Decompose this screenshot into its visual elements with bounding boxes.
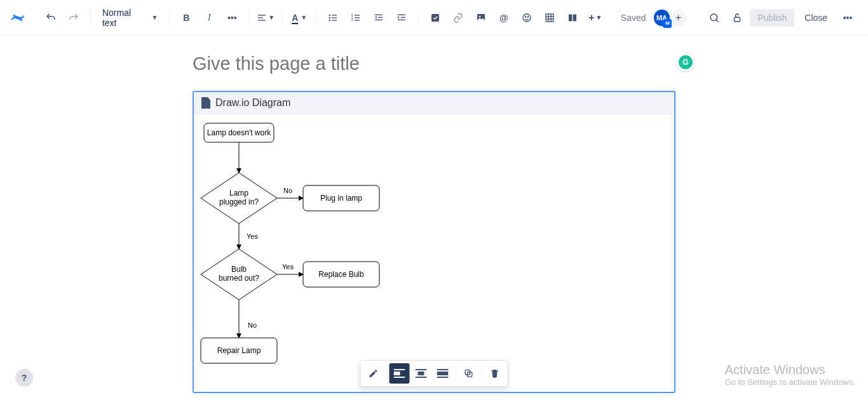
svg-rect-48	[394, 369, 405, 370]
outdent-button[interactable]	[369, 8, 389, 28]
svg-rect-51	[416, 369, 427, 370]
bullet-list-button[interactable]	[323, 8, 343, 28]
bold-button[interactable]: B	[176, 8, 196, 28]
invite-button[interactable]: +	[670, 10, 686, 26]
emoji-button[interactable]	[517, 8, 537, 28]
align-dropdown[interactable]: ▼	[255, 8, 276, 28]
redo-button[interactable]	[64, 8, 84, 28]
publish-label: Publish	[757, 13, 787, 23]
svg-rect-18	[398, 14, 405, 15]
windows-activation-watermark: Activate Windows Go to Settings to activ…	[725, 363, 855, 387]
svg-rect-16	[378, 17, 383, 17]
svg-rect-13	[355, 17, 360, 18]
node-start: Lamp doesn't work	[207, 128, 271, 137]
win-line1: Activate Windows	[725, 363, 855, 377]
svg-rect-32	[569, 14, 572, 21]
grammarly-letter: G	[679, 55, 693, 69]
insert-dropdown[interactable]: + ▼	[585, 8, 606, 28]
numbered-list-button[interactable]: 123	[346, 8, 366, 28]
svg-rect-56	[437, 377, 449, 378]
align-wide-button[interactable]	[433, 363, 453, 384]
user-avatar[interactable]: MA M	[654, 10, 670, 26]
text-style-label: Normal text	[102, 8, 147, 28]
edit-macro-button[interactable]	[363, 363, 384, 384]
edge-d2-yes: Yes	[282, 263, 294, 271]
close-button[interactable]: Close	[797, 9, 835, 27]
svg-rect-20	[398, 19, 405, 20]
node-d1-l1: Lamp	[229, 189, 248, 198]
avatar-badge: M	[663, 19, 672, 28]
svg-line-35	[716, 20, 719, 22]
chevron-down-icon: ▼	[151, 14, 158, 21]
indent-button[interactable]	[391, 8, 412, 28]
svg-rect-17	[375, 19, 383, 20]
layouts-button[interactable]	[562, 8, 583, 28]
svg-point-24	[523, 14, 531, 22]
align-left-button[interactable]	[390, 363, 410, 384]
document-icon	[201, 97, 210, 109]
svg-text:3: 3	[351, 18, 353, 22]
action-item-button[interactable]	[425, 8, 445, 28]
svg-rect-27	[546, 14, 553, 22]
svg-rect-8	[332, 20, 337, 20]
italic-button[interactable]: I	[199, 8, 219, 28]
svg-rect-54	[437, 369, 449, 370]
copy-button[interactable]	[459, 363, 479, 384]
publish-button[interactable]: Publish	[750, 9, 794, 27]
svg-rect-15	[375, 14, 383, 15]
more-actions-button[interactable]: •••	[837, 8, 858, 28]
grammarly-badge[interactable]: G	[677, 53, 695, 71]
macro-title: Draw.io Diagram	[215, 97, 290, 109]
svg-rect-52	[418, 372, 424, 375]
mention-button[interactable]: @	[494, 8, 514, 28]
image-button[interactable]	[471, 8, 491, 28]
align-center-button[interactable]	[411, 363, 431, 384]
svg-rect-36	[735, 17, 740, 22]
drawio-macro[interactable]: Draw.io Diagram Lamp doesn't work Lamp p…	[193, 91, 675, 393]
macro-floating-toolbar	[360, 360, 508, 387]
link-button[interactable]	[448, 8, 468, 28]
close-label: Close	[804, 13, 827, 23]
flowchart-svg: Lamp doesn't work Lamp plugged in? No Pl…	[194, 114, 670, 392]
diagram-canvas: Lamp doesn't work Lamp plugged in? No Pl…	[194, 114, 674, 392]
help-symbol: ?	[22, 373, 27, 383]
svg-point-26	[527, 17, 528, 17]
svg-point-23	[479, 15, 481, 17]
svg-rect-55	[437, 372, 449, 375]
restrictions-button[interactable]	[727, 8, 747, 28]
win-line2: Go to Settings to activate Windows.	[725, 377, 855, 387]
find-button[interactable]	[704, 8, 724, 28]
node-end: Repair Lamp	[217, 346, 261, 355]
more-formatting-button[interactable]: •••	[222, 8, 242, 28]
node-d2-l2: burned out?	[219, 274, 259, 283]
delete-button[interactable]	[485, 363, 505, 384]
table-button[interactable]	[539, 8, 560, 28]
text-style-dropdown[interactable]: Normal text ▼	[97, 8, 163, 28]
chevron-down-icon: ▼	[268, 14, 275, 21]
svg-rect-50	[394, 377, 405, 378]
confluence-logo[interactable]	[10, 10, 25, 25]
node-a2: Replace Bulb	[318, 270, 364, 279]
content-area: G Draw.io Diagram Lamp doesn't work	[0, 36, 868, 402]
edge-d1-no: No	[283, 187, 292, 194]
undo-button[interactable]	[41, 8, 61, 28]
svg-rect-6	[332, 15, 337, 15]
svg-point-25	[525, 17, 526, 17]
svg-rect-21	[431, 14, 439, 22]
help-button[interactable]: ?	[15, 369, 33, 387]
editor-toolbar: Normal text ▼ B I ••• ▼ A ▼ 123 @	[0, 0, 868, 36]
text-color-dropdown[interactable]: A ▼	[289, 8, 309, 28]
edge-d1-yes: Yes	[247, 232, 258, 240]
svg-rect-19	[401, 17, 405, 17]
page-title-input[interactable]	[193, 48, 675, 84]
svg-point-3	[329, 14, 330, 16]
svg-rect-49	[394, 372, 400, 375]
node-d1-l2: plugged in?	[219, 198, 259, 206]
svg-rect-12	[355, 15, 360, 15]
svg-point-4	[329, 17, 330, 18]
chevron-down-icon: ▼	[301, 14, 307, 21]
edge-d2-no: No	[248, 321, 257, 329]
chevron-down-icon: ▼	[596, 14, 602, 21]
svg-rect-53	[416, 377, 427, 378]
macro-header: Draw.io Diagram	[194, 92, 674, 114]
